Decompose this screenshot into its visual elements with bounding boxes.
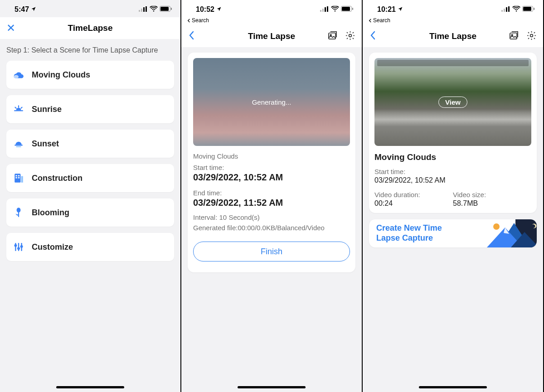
svg-point-25 bbox=[15, 245, 17, 247]
svg-rect-45 bbox=[510, 33, 517, 39]
timelapse-card: Generating... Moving Clouds Start time: … bbox=[188, 53, 355, 272]
cell-signal-icon bbox=[320, 5, 329, 14]
svg-rect-40 bbox=[506, 7, 507, 12]
screen-generating: 10:52 Search Time Lapse bbox=[181, 0, 363, 392]
status-time: 10:21 bbox=[377, 5, 396, 14]
nav-title: TimeLapse bbox=[0, 23, 180, 33]
svg-rect-39 bbox=[504, 9, 505, 12]
svg-rect-2 bbox=[143, 7, 145, 12]
scene-customize[interactable]: Customize bbox=[6, 233, 174, 261]
duration-value: 00:24 bbox=[374, 199, 453, 208]
svg-rect-33 bbox=[342, 7, 350, 11]
svg-rect-16 bbox=[15, 175, 17, 176]
scene-sunrise[interactable]: Sunrise bbox=[6, 95, 174, 123]
scene-name: Moving Clouds bbox=[193, 152, 350, 160]
svg-rect-41 bbox=[508, 6, 510, 12]
camera-overlay-bar bbox=[377, 60, 529, 66]
flower-icon bbox=[13, 207, 24, 218]
svg-rect-15 bbox=[15, 174, 20, 183]
status-indicators bbox=[320, 5, 354, 14]
home-indicator[interactable] bbox=[238, 386, 306, 388]
scene-label: Customize bbox=[32, 242, 73, 252]
start-time-value: 03/29/2022, 10:52 AM bbox=[193, 172, 350, 183]
duration-label: Video duration: bbox=[374, 191, 453, 198]
gallery-icon[interactable] bbox=[509, 30, 519, 43]
svg-point-49 bbox=[493, 223, 500, 230]
svg-point-37 bbox=[349, 34, 352, 37]
cell-signal-icon bbox=[139, 5, 148, 14]
sunset-icon bbox=[13, 138, 24, 150]
scene-label: Construction bbox=[32, 174, 83, 183]
svg-point-27 bbox=[21, 246, 23, 247]
sliders-icon bbox=[13, 241, 24, 253]
construction-icon bbox=[13, 172, 24, 184]
svg-rect-3 bbox=[146, 6, 147, 12]
finish-button[interactable]: Finish bbox=[193, 242, 350, 261]
svg-rect-29 bbox=[322, 9, 324, 12]
svg-rect-13 bbox=[15, 145, 22, 145]
location-icon bbox=[216, 5, 222, 14]
scene-label: Blooming bbox=[32, 208, 69, 218]
gallery-icon[interactable] bbox=[327, 30, 338, 43]
screen-result: 10:21 Search Time Lapse bbox=[363, 0, 544, 392]
svg-rect-19 bbox=[18, 177, 19, 179]
back-search-label: Search bbox=[192, 17, 209, 24]
back-to-search[interactable]: Search bbox=[363, 17, 543, 25]
scene-name: Moving Clouds bbox=[374, 152, 531, 162]
scene-label: Sunrise bbox=[32, 105, 62, 114]
svg-rect-18 bbox=[15, 177, 17, 179]
status-bar: 5:47 bbox=[0, 0, 180, 17]
start-time-value: 03/29/2022, 10:52 AM bbox=[374, 176, 531, 184]
screen-scene-select: 5:47 ✕ TimeLapse Step 1: Select a Scene … bbox=[0, 0, 181, 392]
status-time: 10:52 bbox=[196, 5, 214, 14]
scene-blooming[interactable]: Blooming bbox=[6, 198, 174, 227]
back-to-search[interactable]: Search bbox=[181, 17, 362, 25]
nav-bar: ✕ TimeLapse bbox=[0, 17, 180, 39]
back-button[interactable] bbox=[369, 31, 376, 42]
settings-icon[interactable] bbox=[345, 30, 355, 43]
close-button[interactable]: ✕ bbox=[6, 22, 15, 34]
scene-moving-clouds[interactable]: Moving Clouds bbox=[6, 61, 174, 89]
status-bar: 10:52 bbox=[181, 0, 362, 17]
sunrise-icon bbox=[13, 103, 24, 115]
home-indicator[interactable] bbox=[56, 386, 124, 388]
status-indicators bbox=[501, 5, 535, 14]
svg-point-47 bbox=[530, 34, 533, 37]
generated-file-text: Generated file:00:00/0.0KB/Balanced/Vide… bbox=[193, 224, 350, 232]
end-time-label: End time: bbox=[193, 189, 350, 197]
preview-thumbnail[interactable]: View bbox=[374, 58, 531, 146]
create-new-capture-button[interactable]: Create New Time Lapse Capture bbox=[369, 219, 537, 247]
svg-rect-30 bbox=[325, 7, 326, 12]
step-heading: Step 1: Select a Scene for Time Lapse Ca… bbox=[6, 46, 174, 54]
preview-thumbnail: Generating... bbox=[193, 58, 350, 146]
svg-rect-35 bbox=[329, 33, 335, 39]
wifi-icon bbox=[512, 5, 520, 14]
svg-rect-44 bbox=[534, 8, 534, 10]
location-icon bbox=[31, 5, 36, 14]
settings-icon[interactable] bbox=[526, 30, 537, 43]
svg-point-26 bbox=[18, 248, 19, 250]
location-icon bbox=[398, 5, 403, 14]
status-indicators bbox=[139, 5, 172, 14]
nav-bar: Time Lapse bbox=[181, 25, 362, 47]
view-button[interactable]: View bbox=[438, 97, 467, 108]
back-button[interactable] bbox=[188, 31, 195, 42]
svg-rect-34 bbox=[352, 8, 353, 10]
svg-rect-10 bbox=[14, 110, 23, 111]
start-time-label: Start time: bbox=[374, 168, 531, 175]
mountains-art bbox=[471, 219, 537, 247]
scene-sunset[interactable]: Sunset bbox=[6, 130, 174, 158]
svg-rect-38 bbox=[501, 10, 503, 12]
end-time-value: 03/29/2022, 11:52 AM bbox=[193, 198, 350, 208]
scene-label: Sunset bbox=[32, 139, 59, 149]
size-value: 58.7MB bbox=[453, 199, 531, 208]
size-label: Video size: bbox=[453, 191, 531, 198]
svg-rect-31 bbox=[327, 6, 328, 12]
svg-rect-28 bbox=[320, 10, 321, 12]
start-time-label: Start time: bbox=[193, 164, 350, 171]
wifi-icon bbox=[331, 5, 339, 14]
back-search-label: Search bbox=[373, 17, 390, 24]
scene-construction[interactable]: Construction bbox=[6, 164, 174, 192]
battery-icon bbox=[160, 5, 172, 14]
home-indicator[interactable] bbox=[419, 386, 487, 388]
